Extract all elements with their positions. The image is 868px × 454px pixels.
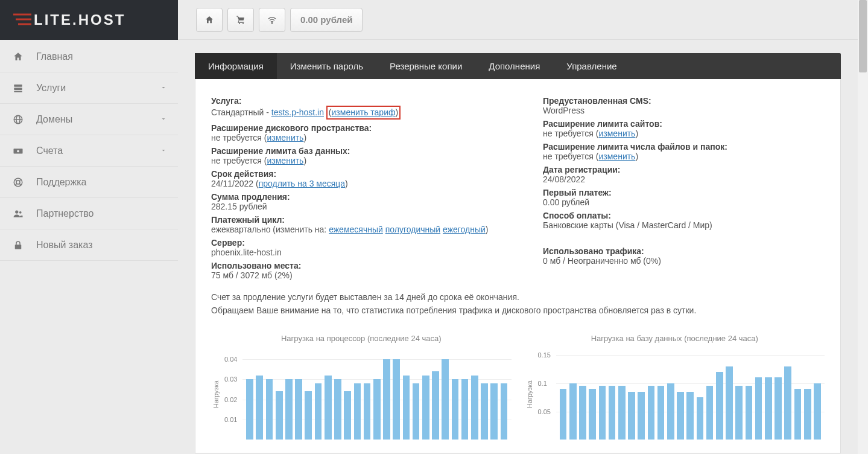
sidebar-item-lock[interactable]: Новый заказ	[0, 229, 178, 261]
server-value: phoenix.lite-host.in	[211, 248, 519, 257]
chart-bar	[354, 383, 361, 440]
chart-bar	[501, 383, 508, 440]
disk-ext-value: не требуется (изменить)	[211, 133, 519, 142]
disk-ext-change-link[interactable]: изменить	[267, 133, 304, 142]
chart-bar	[481, 383, 488, 440]
svg-line-16	[15, 184, 17, 185]
expiry-label: Срок действия:	[211, 169, 519, 179]
renew-link[interactable]: продлить на 3 месяца	[259, 179, 345, 188]
chart-bar	[657, 386, 665, 440]
cms-label: Предустановленная CMS:	[543, 96, 825, 106]
db-ext-change-link[interactable]: изменить	[267, 156, 304, 165]
sidebar-item-globe[interactable]: Домены	[0, 104, 178, 135]
chart-ylabel: Нагрузка	[211, 349, 221, 440]
chart-bar	[794, 389, 802, 440]
chart-bar	[246, 379, 253, 440]
chart-bar	[609, 386, 616, 440]
ytick-label: 0.01	[224, 416, 237, 423]
chevron-down-icon	[160, 83, 167, 93]
svg-line-14	[15, 179, 17, 181]
cart-button[interactable]	[227, 8, 254, 32]
tab-Изменить пароль[interactable]: Изменить пароль	[277, 53, 376, 79]
files-ext-label: Расширение лимита числа файлов и папок:	[543, 142, 825, 152]
cycle-semi-link[interactable]: полугодичный	[385, 225, 440, 234]
chart-bar	[628, 392, 635, 440]
chart-bar	[697, 397, 704, 440]
home-button[interactable]	[196, 8, 223, 32]
home-icon	[0, 51, 36, 62]
chart-title: Нагрузка на процессор (последние 24 часа…	[211, 334, 512, 343]
note-line-1: Счет за продление услуги будет выставлен…	[211, 291, 825, 304]
svg-rect-4	[14, 85, 22, 87]
tab-Информация[interactable]: Информация	[195, 53, 277, 79]
lock-icon	[0, 240, 36, 251]
cycle-monthly-link[interactable]: ежемесячный	[329, 225, 383, 234]
sidebar-item-home[interactable]: Главная	[0, 41, 178, 72]
scrollbar-thumb[interactable]	[859, 0, 867, 72]
chart-bar	[461, 379, 469, 440]
service-value: Стандартный - tests.p-host.in (изменить …	[211, 106, 519, 120]
svg-point-22	[242, 23, 244, 24]
money-icon	[0, 145, 36, 156]
tab-Управление[interactable]: Управление	[553, 53, 630, 79]
service-domain-link[interactable]: tests.p-host.in	[271, 107, 324, 117]
change-tariff-highlight: (изменить тариф)	[326, 106, 401, 120]
sites-ext-label: Расширение лимита сайтов:	[543, 119, 825, 129]
sidebar-item-label: Услуги	[36, 83, 160, 94]
chart-bar	[814, 383, 821, 440]
chart-bar	[452, 379, 459, 440]
chart-bar	[599, 386, 606, 440]
svg-point-19	[19, 211, 22, 213]
renewal-sum-value: 282.15 рублей	[211, 202, 519, 211]
change-tariff-link[interactable]: изменить тариф	[332, 107, 396, 117]
sidebar-item-label: Счета	[36, 145, 160, 156]
svg-rect-5	[14, 88, 22, 90]
chart-bar	[648, 386, 655, 440]
svg-point-13	[16, 181, 20, 184]
chart-bar	[579, 386, 586, 440]
wifi-button[interactable]	[259, 8, 285, 32]
sidebar-item-money[interactable]: Счета	[0, 135, 178, 167]
service-label: Услуга:	[211, 96, 519, 106]
svg-text:LITE.HOST: LITE.HOST	[34, 11, 125, 28]
chart-bar	[686, 392, 694, 440]
disk-used-label: Использовано места:	[211, 261, 519, 270]
chart-bar	[295, 379, 302, 440]
chart-bar	[560, 389, 567, 440]
files-ext-change-link[interactable]: изменить	[599, 152, 636, 161]
service-plan-text: Стандартный -	[211, 107, 271, 117]
notes: Счет за продление услуги будет выставлен…	[211, 291, 825, 317]
chart-bar	[373, 379, 381, 440]
chart-bar	[638, 392, 645, 440]
cycle-annual-link[interactable]: ежегодный	[443, 225, 486, 234]
info-panel: Услуга: Стандартный - tests.p-host.in (и…	[195, 79, 841, 453]
chart-bar	[569, 383, 577, 440]
tab-Дополнения[interactable]: Дополнения	[475, 53, 553, 79]
vertical-scrollbar[interactable]	[858, 0, 868, 454]
chart-bar	[442, 359, 449, 440]
traffic-label: Использовано трафика:	[543, 246, 825, 256]
chart-title: Нагрузка на базу данных (последние 24 ча…	[525, 334, 825, 343]
chart-bar	[618, 386, 626, 440]
files-ext-value: не требуется (изменить)	[543, 152, 825, 161]
balance-display[interactable]: 0.00 рублей	[290, 8, 363, 32]
chart-bar	[383, 359, 390, 440]
svg-rect-20	[15, 245, 22, 249]
chart-bar	[266, 379, 273, 440]
chart-bar	[716, 372, 723, 440]
brand-logo[interactable]: LITE.HOST	[0, 0, 178, 40]
chart-bar	[804, 389, 811, 440]
chart-plot: 0.050.10.15	[538, 349, 825, 440]
traffic-value: 0 мб / Неограниченно мб (0%)	[543, 256, 825, 266]
chevron-down-icon	[160, 146, 167, 156]
cycle-value: ежеквартально (изменить на: ежемесячный …	[211, 225, 519, 234]
sidebar-item-label: Поддержка	[36, 177, 167, 188]
chart-bar	[589, 389, 596, 440]
tab-Резервные копии[interactable]: Резервные копии	[376, 53, 475, 79]
sidebar-item-life-ring[interactable]: Поддержка	[0, 167, 178, 198]
disk-used-value: 75 мб / 3072 мб (2%)	[211, 270, 519, 280]
sites-ext-change-link[interactable]: изменить	[599, 129, 636, 138]
sidebar-item-label: Новый заказ	[36, 240, 167, 251]
sidebar-item-server[interactable]: Услуги	[0, 72, 178, 104]
sidebar-item-users[interactable]: Партнерство	[0, 198, 178, 229]
